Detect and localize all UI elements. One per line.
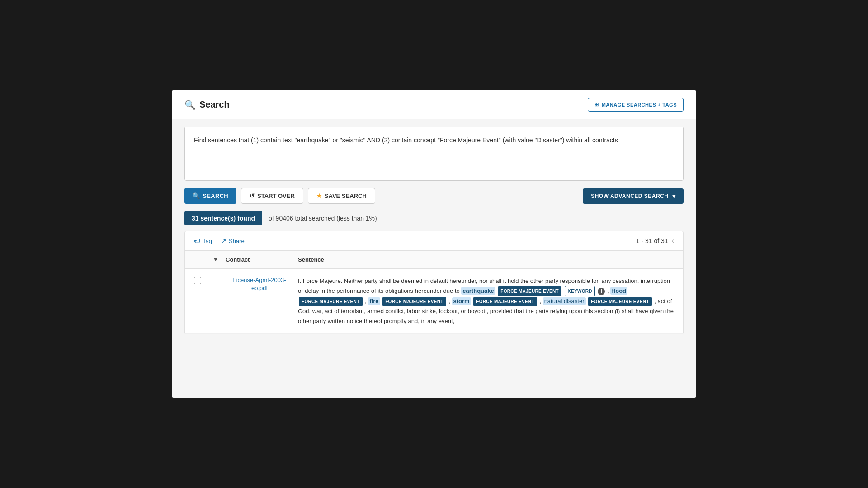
header: 🔍 Search ⊞ MANAGE SEARCHES + TAGS (172, 90, 696, 119)
pill-keyword: KEYWORD (565, 286, 594, 296)
app-container: 🔍 Search ⊞ MANAGE SEARCHES + TAGS Find s… (172, 90, 696, 398)
start-over-button[interactable]: ↺ START OVER (241, 188, 303, 204)
pagination-prev-icon[interactable]: ‹ (672, 237, 674, 245)
manage-searches-button[interactable]: ⊞ MANAGE SEARCHES + TAGS (588, 98, 684, 112)
advanced-search-button[interactable]: SHOW ADVANCED SEARCH ▾ (583, 188, 684, 204)
info-icon[interactable]: i (598, 288, 605, 295)
chevron-down-icon: ▾ (672, 192, 676, 200)
results-panel: 🏷 Tag ↗ Share 1 - 31 of 31 ‹ Contract Se… (184, 231, 684, 334)
manage-btn-label: MANAGE SEARCHES + TAGS (602, 102, 677, 108)
pill-force-majeure-2: FORCE MAJEURE EVENT (299, 297, 363, 306)
contract-name: License-Agmt-2003-eo.pdf (233, 277, 286, 291)
manage-icon: ⊞ (594, 102, 599, 108)
pill-force-majeure-4: FORCE MAJEURE EVENT (473, 297, 537, 306)
highlight-earthquake: earthquake (461, 287, 495, 295)
tag-label: Tag (203, 238, 212, 244)
buttons-row: 🔍 SEARCH ↺ START OVER ★ SAVE SEARCH SHOW… (184, 188, 684, 204)
sort-icon (214, 258, 217, 261)
search-query-text: Find sentences that (1) contain text "ea… (194, 135, 674, 145)
sort-dropdown[interactable] (212, 255, 226, 263)
highlight-storm: storm (452, 297, 471, 305)
row-checkbox-area[interactable] (194, 276, 212, 286)
pagination: 1 - 31 of 31 ‹ (636, 237, 674, 245)
results-toolbar: 🏷 Tag ↗ Share 1 - 31 of 31 ‹ (185, 231, 683, 251)
search-btn-label: SEARCH (203, 192, 228, 199)
table-header: Contract Sentence (185, 251, 683, 269)
page-title-text: Search (199, 99, 230, 110)
pagination-text: 1 - 31 of 31 (636, 237, 668, 244)
tag-icon: 🏷 (194, 237, 200, 244)
sentence-content: f. Force Majeure. Neither party shall be… (298, 276, 674, 326)
start-over-label: START OVER (257, 192, 295, 199)
search-button[interactable]: 🔍 SEARCH (184, 188, 236, 204)
star-icon: ★ (316, 192, 322, 199)
search-icon: 🔍 (184, 99, 196, 110)
highlight-natural-disaster: natural disaster (543, 297, 586, 305)
sentence-column-header: Sentence (298, 256, 674, 263)
reload-icon: ↺ (250, 192, 255, 199)
highlight-flood: flood (610, 287, 627, 295)
pill-force-majeure-5: FORCE MAJEURE EVENT (588, 297, 652, 306)
results-total-text: of 90406 total searched (less than 1%) (269, 215, 377, 222)
tag-share-area: 🏷 Tag ↗ Share (194, 237, 245, 244)
search-query-box[interactable]: Find sentences that (1) contain text "ea… (184, 127, 684, 181)
table-row: License-Agmt-2003-eo.pdf f. Force Majeur… (185, 269, 683, 334)
row-checkbox[interactable] (194, 277, 201, 284)
search-btn-icon: 🔍 (193, 192, 200, 199)
highlight-fire: fire (368, 297, 380, 305)
results-summary: 31 sentence(s) found of 90406 total sear… (184, 211, 684, 225)
advanced-search-label: SHOW ADVANCED SEARCH (591, 193, 668, 199)
share-icon: ↗ (221, 237, 226, 244)
pill-force-majeure-1: FORCE MAJEURE EVENT (498, 286, 561, 296)
share-button[interactable]: ↗ Share (221, 237, 245, 244)
contract-link[interactable]: License-Agmt-2003-eo.pdf (226, 276, 298, 292)
share-label: Share (229, 238, 245, 244)
left-buttons: 🔍 SEARCH ↺ START OVER ★ SAVE SEARCH (184, 188, 375, 204)
tag-button[interactable]: 🏷 Tag (194, 237, 212, 244)
save-search-label: SAVE SEARCH (325, 192, 367, 199)
page-title: 🔍 Search (184, 99, 230, 110)
contract-column-header: Contract (226, 256, 298, 263)
pill-force-majeure-3: FORCE MAJEURE EVENT (382, 297, 446, 306)
results-count-badge: 31 sentence(s) found (184, 211, 262, 225)
save-search-button[interactable]: ★ SAVE SEARCH (308, 188, 375, 204)
